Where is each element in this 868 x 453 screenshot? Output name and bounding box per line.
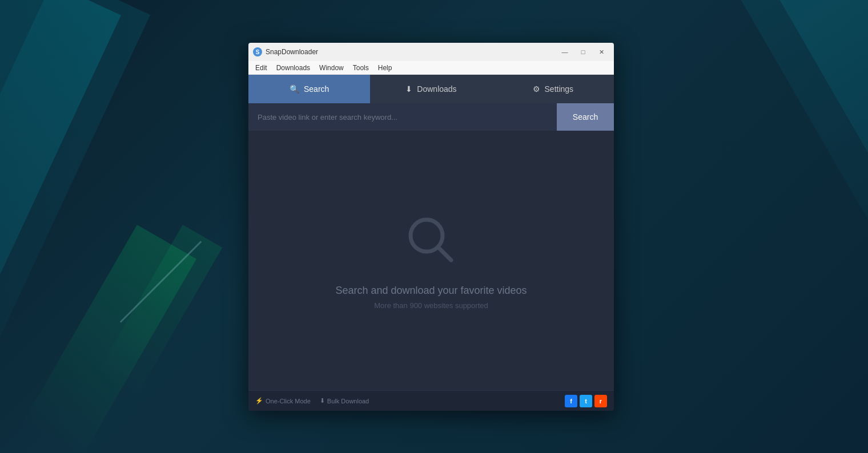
window-controls: — □ ✕ — [557, 46, 609, 58]
menubar: Edit Downloads Window Tools Help — [248, 61, 614, 75]
main-title: Search and download your favorite videos — [335, 285, 527, 297]
tab-search[interactable]: 🔍 Search — [248, 75, 370, 103]
search-illustration — [403, 212, 460, 271]
bulk-download[interactable]: ⬇ Bulk Download — [320, 397, 369, 405]
one-click-mode[interactable]: ⚡ One-Click Mode — [255, 397, 311, 405]
footer-left: ⚡ One-Click Mode ⬇ Bulk Download — [255, 397, 565, 405]
reddit-button[interactable]: r — [594, 395, 607, 407]
app-title: SnapDownloader — [266, 48, 557, 56]
minimize-button[interactable]: — — [557, 46, 573, 58]
menu-tools[interactable]: Tools — [348, 63, 373, 73]
tab-settings[interactable]: ⚙ Settings — [492, 75, 614, 103]
bulk-download-icon: ⬇ — [320, 397, 325, 405]
maximize-button[interactable]: □ — [575, 46, 591, 58]
search-tab-icon: 🔍 — [290, 84, 299, 94]
one-click-label: One-Click Mode — [266, 398, 311, 405]
main-content: Search and download your favorite videos… — [248, 131, 614, 390]
menu-edit[interactable]: Edit — [251, 63, 272, 73]
one-click-icon: ⚡ — [255, 397, 263, 405]
search-input[interactable] — [248, 103, 557, 131]
tabbar: 🔍 Search ⬇ Downloads ⚙ Settings — [248, 75, 614, 103]
downloads-tab-label: Downloads — [417, 84, 456, 94]
app-logo: S — [253, 47, 262, 56]
close-button[interactable]: ✕ — [593, 46, 609, 58]
menu-downloads[interactable]: Downloads — [272, 63, 315, 73]
menu-window[interactable]: Window — [315, 63, 348, 73]
footer: ⚡ One-Click Mode ⬇ Bulk Download f t r — [248, 390, 614, 411]
main-subtitle: More than 900 websites supported — [374, 301, 488, 310]
search-button[interactable]: Search — [557, 103, 614, 131]
search-tab-label: Search — [304, 84, 329, 94]
settings-tab-icon: ⚙ — [533, 84, 540, 94]
bulk-download-label: Bulk Download — [327, 398, 369, 405]
downloads-tab-icon: ⬇ — [405, 84, 412, 94]
svg-line-1 — [439, 248, 451, 260]
tab-downloads[interactable]: ⬇ Downloads — [370, 75, 492, 103]
titlebar: S SnapDownloader — □ ✕ — [248, 43, 614, 61]
footer-right: f t r — [565, 395, 607, 407]
bg-stripe-4 — [708, 0, 868, 387]
app-window: S SnapDownloader — □ ✕ Edit Downloads Wi… — [248, 43, 614, 411]
twitter-button[interactable]: t — [580, 395, 592, 407]
facebook-button[interactable]: f — [565, 395, 577, 407]
menu-help[interactable]: Help — [373, 63, 397, 73]
settings-tab-label: Settings — [545, 84, 574, 94]
search-area: Search — [248, 103, 614, 131]
